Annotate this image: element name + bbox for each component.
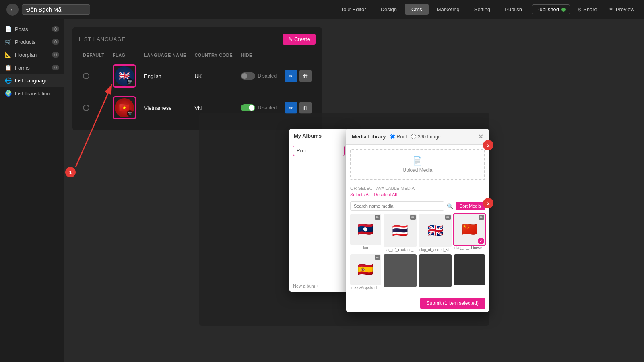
posts-icon: 📄 — [5, 26, 12, 32]
tab-setting[interactable]: Setting — [468, 4, 497, 15]
radio-360-input[interactable] — [411, 134, 416, 139]
sidebar-label-list-translation: List Translation — [15, 90, 50, 97]
radio-360-label: 360 Image — [418, 134, 441, 140]
albums-list — [289, 159, 349, 280]
media-item[interactable]: 🇪🇸 ✏ Flag of Spain Fl... — [350, 254, 381, 290]
flag-container-vietnamese: 🇻🇳 📷 — [113, 96, 136, 119]
eye-icon: 👁 — [609, 6, 614, 12]
posts-badge: 0 — [52, 26, 59, 32]
tab-marketing[interactable]: Marketing — [430, 4, 466, 15]
forms-badge: 0 — [52, 65, 59, 70]
media-item[interactable]: 🇹🇭 ✏ Flag_of_Thailand_... — [384, 214, 417, 252]
search-media-input[interactable] — [350, 201, 444, 211]
flag-english[interactable]: 🇬🇧 📷 — [115, 66, 134, 86]
media-toolbar: 🔍 Sort Media — [346, 200, 489, 214]
edit-button-english[interactable]: ✏ — [285, 70, 297, 82]
annotation-2: 2 — [483, 140, 493, 150]
country-code-english: UK — [190, 60, 237, 92]
toggle-label-vietnamese: Disabled — [258, 105, 277, 111]
radio-root-label: Root — [397, 134, 407, 140]
media-edit-thailand[interactable]: ✏ — [410, 215, 416, 220]
floorplan-badge: 0 — [52, 52, 59, 58]
albums-header: My Albums — [289, 129, 349, 142]
edit-button-vietnamese[interactable]: ✏ — [285, 102, 297, 114]
upload-icon: 📄 — [413, 156, 423, 166]
forms-icon: 📋 — [5, 64, 12, 71]
media-item[interactable]: 🇱🇦 ✏ lao — [350, 214, 381, 252]
floorplan-icon: 📐 — [5, 51, 12, 58]
sidebar-label-forms: Forms — [15, 65, 30, 71]
media-label-thailand: Flag_of_Thailand_... — [384, 248, 417, 252]
deselect-all-link[interactable]: Deselect All — [374, 192, 397, 197]
list-translation-icon: 🌍 — [5, 90, 12, 97]
radio-360[interactable]: 360 Image — [411, 134, 441, 140]
media-label-spain: Flag of Spain Fl... — [350, 286, 381, 290]
media-edit-uk[interactable]: ✏ — [445, 215, 451, 220]
share-icon: ⎋ — [578, 6, 581, 12]
action-btns-vietnamese: ✏ 🗑 — [285, 102, 312, 114]
default-radio-english[interactable] — [83, 73, 89, 79]
tab-design[interactable]: Design — [374, 4, 403, 15]
table-row: 🇬🇧 📷 English UK Disabled — [79, 60, 316, 92]
col-language-name: LANGUAGE NAME — [140, 50, 190, 60]
sidebar-label-products: Products — [15, 39, 35, 45]
delete-button-english[interactable]: 🗑 — [299, 70, 312, 82]
radio-root-input[interactable] — [390, 134, 395, 139]
back-button[interactable]: ← — [6, 4, 19, 16]
preview-button[interactable]: 👁 Preview — [605, 5, 638, 14]
radio-root[interactable]: Root — [390, 134, 407, 140]
toggle-vietnamese[interactable]: Disabled — [241, 104, 277, 111]
sidebar-item-products[interactable]: 🛒 Products 0 — [0, 35, 64, 48]
delete-button-vietnamese[interactable]: 🗑 — [299, 102, 312, 114]
new-album-button[interactable]: New album + — [293, 284, 345, 288]
media-edit-lao[interactable]: ✏ — [375, 215, 380, 220]
create-button[interactable]: ✎ Create — [283, 34, 316, 45]
flag-vietnamese[interactable]: 🇻🇳 📷 — [115, 98, 134, 117]
sidebar-item-floorplan[interactable]: 📐 Floorplan 0 — [0, 48, 64, 61]
close-modal-button[interactable]: ✕ — [478, 133, 483, 140]
media-library-modal: Media Library Root 360 Image ✕ 📄 Upload … — [346, 129, 489, 312]
media-item[interactable]: 🇨🇳 ✏ ✓ Flag_of_Chinese... — [454, 214, 485, 252]
tab-publish[interactable]: Publish — [498, 4, 528, 15]
camera-icon-vietnamese: 📷 — [127, 110, 133, 117]
media-item — [419, 254, 452, 290]
media-grid: 🇱🇦 ✏ lao 🇹🇭 ✏ Flag_of_Thailand_... 🇬🇧 ✏ … — [346, 214, 489, 294]
media-label-china: Flag_of_Chinese... — [454, 246, 485, 250]
sidebar-item-forms[interactable]: 📋 Forms 0 — [0, 61, 64, 74]
upload-text: Upload Media — [402, 167, 432, 173]
media-edit-china[interactable]: ✏ — [479, 215, 484, 220]
sidebar-item-posts[interactable]: 📄 Posts 0 — [0, 23, 64, 35]
upload-area[interactable]: 📄 Upload Media — [350, 149, 485, 180]
language-name-vietnamese: Vietnamese — [140, 92, 190, 124]
albums-footer: New album + — [289, 280, 349, 292]
submit-button[interactable]: Submit (1 item selected) — [420, 298, 485, 309]
tab-cms[interactable]: Cms — [405, 4, 429, 15]
select-all-link[interactable]: Selects All — [350, 192, 371, 197]
default-radio-vietnamese[interactable] — [83, 105, 89, 111]
panel-header: LIST LANGUAGE ✎ Create — [79, 34, 316, 45]
selected-check-china: ✓ — [478, 238, 484, 244]
published-label: Published — [536, 6, 559, 12]
col-flag: FLAG — [109, 50, 140, 60]
tour-title-input[interactable] — [22, 4, 90, 15]
panel-title: LIST LANGUAGE — [79, 36, 126, 42]
published-dot — [561, 8, 566, 12]
sidebar-item-list-language[interactable]: 🌐 List Language — [0, 74, 64, 87]
sidebar-label-list-language: List Language — [15, 78, 48, 84]
flag-container-english: 🇬🇧 📷 — [113, 64, 136, 88]
sort-media-button[interactable]: Sort Media — [456, 202, 485, 210]
media-label-lao: lao — [350, 246, 381, 250]
sidebar-item-list-translation[interactable]: 🌍 List Translation — [0, 87, 64, 100]
albums-search-input[interactable] — [293, 146, 345, 156]
annotation-1: 1 — [65, 167, 76, 177]
annotation-3: 3 — [483, 198, 493, 208]
share-button[interactable]: ⎋ Share — [575, 5, 601, 14]
col-default: DEFAULT — [79, 50, 109, 60]
toggle-english[interactable]: Disabled — [241, 72, 277, 80]
tab-tour-editor[interactable]: Tour Editor — [334, 4, 373, 15]
media-radio-group: Root 360 Image — [390, 134, 441, 140]
media-edit-spain[interactable]: ✏ — [375, 255, 380, 260]
nav-right: Published ⎋ Share 👁 Preview — [532, 4, 638, 14]
albums-search — [289, 142, 349, 159]
media-item[interactable]: 🇬🇧 ✏ Flag_of_United_Ki... — [419, 214, 452, 252]
